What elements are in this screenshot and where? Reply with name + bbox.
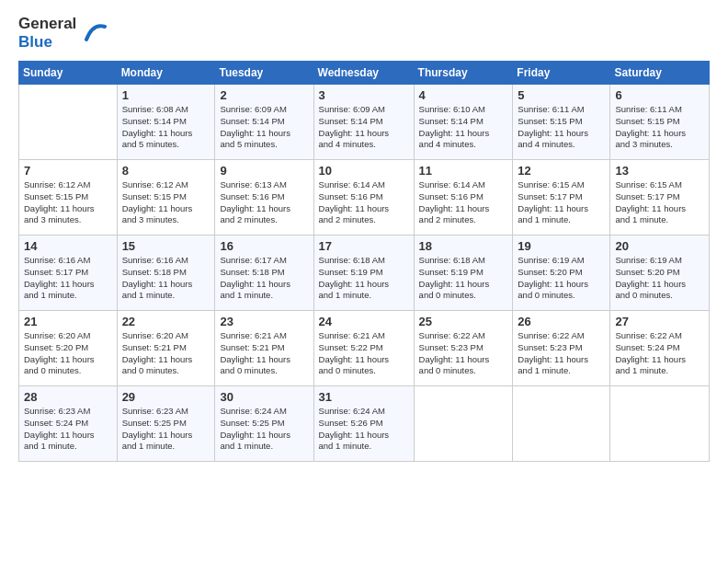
calendar-cell: 14Sunrise: 6:16 AMSunset: 5:17 PMDayligh…: [19, 236, 118, 311]
calendar-cell: 23Sunrise: 6:21 AMSunset: 5:21 PMDayligh…: [215, 311, 313, 386]
logo: General Blue: [18, 15, 107, 52]
week-row-5: 28Sunrise: 6:23 AMSunset: 5:24 PMDayligh…: [19, 386, 710, 462]
day-info: Sunrise: 6:15 AMSunset: 5:17 PMDaylight:…: [518, 179, 605, 226]
day-number: 26: [518, 315, 605, 328]
calendar-cell: 26Sunrise: 6:22 AMSunset: 5:23 PMDayligh…: [513, 311, 610, 386]
day-info: Sunrise: 6:09 AMSunset: 5:14 PMDaylight:…: [319, 104, 409, 151]
weekday-header-sunday: Sunday: [19, 62, 118, 85]
day-number: 28: [24, 390, 112, 404]
day-info: Sunrise: 6:16 AMSunset: 5:18 PMDaylight:…: [122, 255, 210, 302]
calendar-cell: 11Sunrise: 6:14 AMSunset: 5:16 PMDayligh…: [414, 160, 513, 236]
weekday-header-tuesday: Tuesday: [215, 62, 313, 85]
day-info: Sunrise: 6:24 AMSunset: 5:25 PMDaylight:…: [220, 406, 308, 453]
weekday-header-row: SundayMondayTuesdayWednesdayThursdayFrid…: [19, 62, 710, 85]
day-info: Sunrise: 6:11 AMSunset: 5:15 PMDaylight:…: [615, 104, 704, 151]
day-info: Sunrise: 6:22 AMSunset: 5:23 PMDaylight:…: [419, 330, 508, 377]
calendar-cell: 9Sunrise: 6:13 AMSunset: 5:16 PMDaylight…: [215, 160, 313, 236]
week-row-2: 7Sunrise: 6:12 AMSunset: 5:15 PMDaylight…: [19, 160, 710, 236]
day-number: 20: [615, 239, 704, 253]
day-info: Sunrise: 6:21 AMSunset: 5:22 PMDaylight:…: [319, 330, 409, 377]
calendar-cell: 16Sunrise: 6:17 AMSunset: 5:18 PMDayligh…: [215, 236, 313, 311]
day-info: Sunrise: 6:22 AMSunset: 5:24 PMDaylight:…: [615, 330, 704, 377]
day-number: 31: [319, 390, 409, 404]
day-number: 27: [615, 315, 704, 328]
day-number: 8: [122, 164, 210, 178]
day-info: Sunrise: 6:18 AMSunset: 5:19 PMDaylight:…: [419, 255, 508, 302]
calendar-cell: 22Sunrise: 6:20 AMSunset: 5:21 PMDayligh…: [117, 311, 215, 386]
day-info: Sunrise: 6:15 AMSunset: 5:17 PMDaylight:…: [615, 179, 704, 226]
weekday-header-monday: Monday: [117, 62, 215, 85]
calendar-cell: 30Sunrise: 6:24 AMSunset: 5:25 PMDayligh…: [215, 386, 313, 462]
calendar-cell: 17Sunrise: 6:18 AMSunset: 5:19 PMDayligh…: [313, 236, 414, 311]
day-info: Sunrise: 6:20 AMSunset: 5:21 PMDaylight:…: [122, 330, 210, 377]
day-number: 25: [419, 315, 508, 328]
week-row-4: 21Sunrise: 6:20 AMSunset: 5:20 PMDayligh…: [19, 311, 710, 386]
day-number: 17: [319, 239, 409, 253]
day-number: 9: [220, 164, 308, 178]
calendar-cell: 31Sunrise: 6:24 AMSunset: 5:26 PMDayligh…: [313, 386, 414, 462]
day-number: 1: [122, 88, 210, 102]
logo-general: General: [18, 15, 76, 33]
day-info: Sunrise: 6:11 AMSunset: 5:15 PMDaylight:…: [518, 104, 605, 151]
calendar-cell: 10Sunrise: 6:14 AMSunset: 5:16 PMDayligh…: [313, 160, 414, 236]
logo-icon: [79, 19, 107, 47]
logo-blue: Blue: [18, 33, 76, 52]
day-number: 29: [122, 390, 210, 404]
weekday-header-wednesday: Wednesday: [313, 62, 414, 85]
calendar-cell: [610, 386, 710, 462]
day-info: Sunrise: 6:20 AMSunset: 5:20 PMDaylight:…: [24, 330, 112, 377]
day-info: Sunrise: 6:19 AMSunset: 5:20 PMDaylight:…: [518, 255, 605, 302]
day-number: 4: [419, 88, 508, 102]
day-info: Sunrise: 6:24 AMSunset: 5:26 PMDaylight:…: [319, 406, 409, 453]
day-info: Sunrise: 6:12 AMSunset: 5:15 PMDaylight:…: [24, 179, 112, 226]
day-info: Sunrise: 6:14 AMSunset: 5:16 PMDaylight:…: [419, 179, 508, 226]
day-info: Sunrise: 6:22 AMSunset: 5:23 PMDaylight:…: [518, 330, 605, 377]
day-number: 18: [419, 239, 508, 253]
calendar-cell: 19Sunrise: 6:19 AMSunset: 5:20 PMDayligh…: [513, 236, 610, 311]
calendar-cell: 13Sunrise: 6:15 AMSunset: 5:17 PMDayligh…: [610, 160, 710, 236]
logo-text: General Blue: [18, 15, 107, 52]
calendar-cell: 24Sunrise: 6:21 AMSunset: 5:22 PMDayligh…: [313, 311, 414, 386]
day-info: Sunrise: 6:14 AMSunset: 5:16 PMDaylight:…: [319, 179, 409, 226]
day-number: 15: [122, 239, 210, 253]
calendar-cell: 27Sunrise: 6:22 AMSunset: 5:24 PMDayligh…: [610, 311, 710, 386]
calendar-cell: 20Sunrise: 6:19 AMSunset: 5:20 PMDayligh…: [610, 236, 710, 311]
day-number: 24: [319, 315, 409, 328]
day-number: 19: [518, 239, 605, 253]
day-info: Sunrise: 6:16 AMSunset: 5:17 PMDaylight:…: [24, 255, 112, 302]
day-number: 10: [319, 164, 409, 178]
calendar-cell: 6Sunrise: 6:11 AMSunset: 5:15 PMDaylight…: [610, 85, 710, 160]
day-number: 13: [615, 164, 704, 178]
day-number: 23: [220, 315, 308, 328]
day-number: 5: [518, 88, 605, 102]
day-number: 12: [518, 164, 605, 178]
day-info: Sunrise: 6:13 AMSunset: 5:16 PMDaylight:…: [220, 179, 308, 226]
day-info: Sunrise: 6:21 AMSunset: 5:21 PMDaylight:…: [220, 330, 308, 377]
day-number: 11: [419, 164, 508, 178]
day-number: 3: [319, 88, 409, 102]
day-info: Sunrise: 6:08 AMSunset: 5:14 PMDaylight:…: [122, 104, 210, 151]
day-info: Sunrise: 6:10 AMSunset: 5:14 PMDaylight:…: [419, 104, 508, 151]
calendar-cell: 29Sunrise: 6:23 AMSunset: 5:25 PMDayligh…: [117, 386, 215, 462]
main-container: General Blue SundayMondayTuesdayWednesda…: [0, 0, 728, 471]
calendar-cell: [513, 386, 610, 462]
day-number: 2: [220, 88, 308, 102]
day-info: Sunrise: 6:18 AMSunset: 5:19 PMDaylight:…: [319, 255, 409, 302]
calendar-cell: 4Sunrise: 6:10 AMSunset: 5:14 PMDaylight…: [414, 85, 513, 160]
calendar-cell: 3Sunrise: 6:09 AMSunset: 5:14 PMDaylight…: [313, 85, 414, 160]
day-info: Sunrise: 6:19 AMSunset: 5:20 PMDaylight:…: [615, 255, 704, 302]
calendar-cell: 2Sunrise: 6:09 AMSunset: 5:14 PMDaylight…: [215, 85, 313, 160]
calendar-cell: 1Sunrise: 6:08 AMSunset: 5:14 PMDaylight…: [117, 85, 215, 160]
calendar-cell: 28Sunrise: 6:23 AMSunset: 5:24 PMDayligh…: [19, 386, 118, 462]
day-number: 6: [615, 88, 704, 102]
week-row-3: 14Sunrise: 6:16 AMSunset: 5:17 PMDayligh…: [19, 236, 710, 311]
day-info: Sunrise: 6:17 AMSunset: 5:18 PMDaylight:…: [220, 255, 308, 302]
calendar-cell: 12Sunrise: 6:15 AMSunset: 5:17 PMDayligh…: [513, 160, 610, 236]
day-info: Sunrise: 6:12 AMSunset: 5:15 PMDaylight:…: [122, 179, 210, 226]
calendar-cell: [414, 386, 513, 462]
calendar-table: SundayMondayTuesdayWednesdayThursdayFrid…: [18, 61, 710, 462]
weekday-header-thursday: Thursday: [414, 62, 513, 85]
calendar-cell: 15Sunrise: 6:16 AMSunset: 5:18 PMDayligh…: [117, 236, 215, 311]
calendar-cell: [19, 85, 118, 160]
calendar-cell: 5Sunrise: 6:11 AMSunset: 5:15 PMDaylight…: [513, 85, 610, 160]
